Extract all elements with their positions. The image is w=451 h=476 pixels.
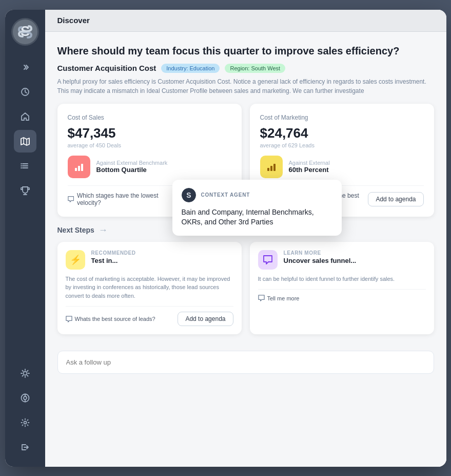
sidebar: S xyxy=(5,10,45,467)
context-agent-header: S CONTEXT AGENT xyxy=(182,188,332,202)
cost-of-marketing-sub: average of 629 Leads xyxy=(260,142,424,148)
svg-rect-30 xyxy=(270,166,272,171)
svg-point-9 xyxy=(21,163,22,164)
cost-of-marketing-header: Cost of Marketing xyxy=(260,114,424,121)
follow-up-input[interactable] xyxy=(57,351,434,374)
sidebar-top-nav xyxy=(5,56,45,202)
svg-point-12 xyxy=(23,371,27,375)
page-title: Discover xyxy=(57,16,90,25)
main-question: Where should my team focus this quarter … xyxy=(57,44,434,58)
svg-point-25 xyxy=(24,421,26,424)
svg-line-17 xyxy=(22,370,23,371)
metric-cards-row: Cost of Sales $47,345 average of 450 Dea… xyxy=(57,104,434,217)
step-card-1-info: Recommended Test in... xyxy=(91,250,136,265)
main-content: Discover Where should my team focus this… xyxy=(45,10,446,467)
step-icon-chat xyxy=(258,250,278,270)
svg-rect-26 xyxy=(75,168,77,171)
step-card-2-body: It can be helpful to ident funnel to fur… xyxy=(258,275,426,283)
step-card-1-header: ⚡ Recommended Test in... xyxy=(66,250,233,270)
sidebar-item-home[interactable] xyxy=(14,105,36,128)
svg-point-11 xyxy=(21,167,22,168)
svg-rect-28 xyxy=(81,164,83,171)
step-2-question-text: Tell me more xyxy=(267,295,300,301)
chat-icon xyxy=(68,196,74,203)
step-1-question-text: Whats the best source of leads? xyxy=(75,316,155,322)
sidebar-bottom-nav xyxy=(10,362,41,459)
svg-line-18 xyxy=(27,375,28,376)
step-card-1-footer: Whats the best source of leads? Add to a… xyxy=(66,306,233,326)
context-agent-label: CONTEXT AGENT xyxy=(201,192,250,198)
step-card-1-title: Test in... xyxy=(91,257,136,265)
section-header: Customer Acquisition Cost Industry: Educ… xyxy=(57,64,434,73)
sidebar-item-settings[interactable] xyxy=(14,411,36,434)
benchmark-icon-yellow xyxy=(260,156,283,178)
step-card-2: Learn More Uncover sales funnel... It ca… xyxy=(250,242,434,335)
sidebar-item-sun[interactable] xyxy=(14,362,36,385)
description: A helpful proxy for sales efficiency is … xyxy=(57,77,434,96)
add-agenda-button-3[interactable]: Add to agenda xyxy=(178,312,233,326)
cost-of-marketing-value: $24,764 xyxy=(260,125,424,141)
step-card-2-type-label: Learn More xyxy=(284,250,357,256)
top-bar: Discover xyxy=(45,10,446,32)
context-agent-logo: S xyxy=(182,188,196,202)
cost-of-sales-benchmark: Against External Benchmark Bottom Quarti… xyxy=(68,156,231,178)
svg-text:S: S xyxy=(186,191,191,199)
cost-of-sales-header: Cost of Sales xyxy=(68,114,231,121)
app-container: S xyxy=(5,10,446,467)
add-agenda-button-2[interactable]: Add to agenda xyxy=(368,192,423,206)
marketing-benchmark-val: 60th Percent xyxy=(289,166,330,174)
cost-of-sales-question: Which stages have the lowest velocity? xyxy=(68,192,172,206)
step-card-2-title: Uncover sales funnel... xyxy=(284,257,357,265)
svg-point-22 xyxy=(24,396,27,399)
sidebar-item-trophy[interactable] xyxy=(14,179,36,202)
benchmark-text: Against External Benchmark Bottom Quarti… xyxy=(96,160,168,174)
sidebar-item-circle[interactable] xyxy=(14,387,36,409)
context-agent-tooltip: S CONTEXT AGENT Bain and Company, Intern… xyxy=(172,180,342,236)
cost-of-sales-value: $47,345 xyxy=(68,125,231,141)
svg-line-20 xyxy=(22,375,23,376)
sidebar-item-list[interactable] xyxy=(14,155,36,177)
step-card-1-type-label: Recommended xyxy=(91,250,136,256)
follow-up-area xyxy=(57,345,434,380)
step-card-2-header: Learn More Uncover sales funnel... xyxy=(258,250,426,270)
benchmark-val: Bottom Quartile xyxy=(96,166,168,174)
step-card-2-footer: Tell me more xyxy=(258,289,426,301)
benchmark-ext-label: Against External Benchmark xyxy=(96,160,168,166)
svg-rect-31 xyxy=(273,164,276,171)
step-card-2-question: Tell me more xyxy=(258,295,426,301)
app-logo[interactable]: S xyxy=(11,18,39,46)
next-steps-label: Next Steps xyxy=(57,226,94,234)
chat-icon-3 xyxy=(66,316,72,322)
sidebar-item-signout[interactable] xyxy=(14,436,36,459)
tag-region: Region: South West xyxy=(225,64,285,73)
content-area: Where should my team focus this quarter … xyxy=(45,32,446,467)
sidebar-item-chevron[interactable] xyxy=(14,56,36,79)
step-card-1-question: Whats the best source of leads? xyxy=(66,316,178,322)
cost-of-sales-sub: average of 450 Deals xyxy=(68,142,231,148)
step-card-1: ⚡ Recommended Test in... The cost of mar… xyxy=(57,242,242,335)
step-card-2-info: Learn More Uncover sales funnel... xyxy=(284,250,357,265)
sidebar-item-map[interactable] xyxy=(14,130,36,153)
step-cards-row: ⚡ Recommended Test in... The cost of mar… xyxy=(57,242,434,335)
chat-icon-4 xyxy=(258,295,265,301)
next-steps-arrow: → xyxy=(99,225,108,236)
marketing-benchmark-ext-label: Against External xyxy=(289,160,330,166)
cost-of-marketing-benchmark: Against External 60th Percent xyxy=(260,156,424,178)
marketing-benchmark-text: Against External 60th Percent xyxy=(289,160,330,174)
section-title-text: Customer Acquisition Cost xyxy=(57,64,156,72)
sidebar-item-discover[interactable] xyxy=(14,81,36,103)
svg-point-10 xyxy=(21,165,22,166)
step-icon-bolt: ⚡ xyxy=(66,250,85,270)
svg-line-19 xyxy=(27,370,28,371)
context-agent-text: Bain and Company, Internal Benchmarks, O… xyxy=(182,207,332,227)
svg-rect-29 xyxy=(267,168,269,171)
question-text: Which stages have the lowest velocity? xyxy=(77,192,172,206)
tag-industry: Industry: Education xyxy=(161,64,220,73)
svg-rect-27 xyxy=(78,166,80,171)
step-card-1-body: The cost of marketing is acceptable. How… xyxy=(66,275,233,300)
benchmark-icon-red xyxy=(68,156,90,178)
